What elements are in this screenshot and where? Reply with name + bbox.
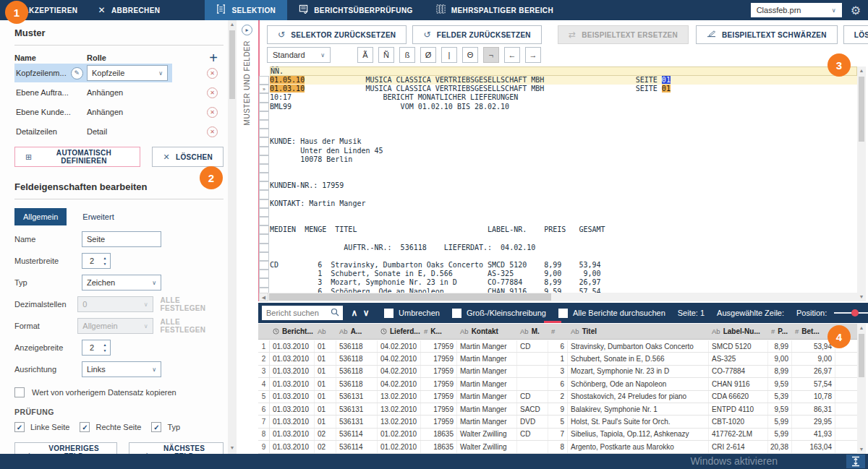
mask-char-button[interactable]: ← bbox=[504, 47, 520, 63]
muster-row[interactable]: Ebene Auftra...Anhängen✕ bbox=[14, 83, 224, 102]
collapse-panel-icon[interactable]: ▸ bbox=[242, 25, 252, 35]
report-line[interactable] bbox=[259, 129, 857, 137]
table-row[interactable]: 501.03.20100153613113.02.201017959Martin… bbox=[258, 391, 857, 403]
position-slider[interactable] bbox=[834, 309, 868, 317]
report-line[interactable]: Unter den Linden 45 bbox=[259, 147, 857, 155]
checkbox-checked[interactable]: ✓ bbox=[80, 422, 90, 432]
line-gutter[interactable] bbox=[259, 111, 269, 120]
muster-row[interactable]: Kopfzeilenm...✎Kopfzeile∨✕ bbox=[14, 64, 224, 82]
column-header[interactable]: # bbox=[548, 324, 568, 340]
column-header[interactable]: AbM. bbox=[517, 324, 548, 340]
column-header[interactable]: #P... bbox=[768, 324, 792, 340]
report-view[interactable]: ÑÑ.01.05.10 MUSICA CLASSICA VERTRIEBSGES… bbox=[259, 66, 857, 293]
mask-char-button[interactable]: Ñ bbox=[378, 47, 394, 63]
report-line[interactable]: MEDIEN MENGE TITEL LABEL-NR. PREIS GESAM… bbox=[259, 225, 857, 234]
table-row[interactable]: 101.03.20100153611804.02.201017959Martin… bbox=[258, 340, 857, 353]
search-next-icon[interactable]: ∨ bbox=[360, 308, 372, 318]
mask-char-button[interactable]: Ø bbox=[420, 47, 436, 63]
table-row[interactable]: 301.03.20100153611804.02.201017959Martin… bbox=[258, 366, 857, 378]
checkbox-unchecked[interactable] bbox=[384, 309, 393, 318]
muster-row[interactable]: Ebene Kunde...Anhängen✕ bbox=[14, 103, 224, 121]
report-line[interactable]: 01.05.10 MUSICA CLASSICA VERTRIEBSGESELL… bbox=[259, 76, 857, 85]
line-gutter[interactable] bbox=[259, 137, 269, 146]
mask-char-button[interactable]: Ã bbox=[357, 47, 373, 63]
delete-pattern-icon[interactable]: ✕ bbox=[207, 126, 218, 137]
report-line[interactable]: 6 Schönberg, Ode an Napoleon CHAN 9116 9… bbox=[259, 288, 857, 293]
tab-selektion[interactable]: SELEKTION bbox=[205, 0, 287, 20]
line-gutter[interactable] bbox=[259, 252, 269, 261]
stepper-arrows-icon[interactable]: ▲▼ bbox=[101, 343, 110, 353]
reset-selector-button[interactable]: ↺ SELEKTOR ZURÜCKSETZEN bbox=[267, 25, 407, 44]
delete-pattern-icon[interactable]: ✕ bbox=[207, 87, 218, 98]
report-file-select[interactable]: Classfeb.prn ∨ bbox=[751, 3, 842, 17]
redact-sample-text-button[interactable]: BEISPIELTEXT SCHWÄRZEN bbox=[696, 25, 838, 44]
line-gutter[interactable] bbox=[259, 225, 269, 234]
scroll-down-icon[interactable]: ▼ bbox=[857, 293, 866, 301]
report-vscrollbar[interactable]: ▲ ▼ bbox=[857, 66, 866, 301]
fit-height-icon[interactable] bbox=[846, 455, 865, 468]
report-line[interactable] bbox=[259, 190, 857, 199]
report-line[interactable]: CD 6 Stravinsky, Dumbarton Oaks Concerto… bbox=[259, 261, 857, 270]
table-row[interactable]: 901.03.20100253611401.02.201018635Walter… bbox=[258, 441, 857, 453]
report-line[interactable] bbox=[259, 111, 857, 120]
settings-gear-icon[interactable]: ⚙ bbox=[851, 4, 861, 17]
search-previous-icon[interactable]: ∧ bbox=[349, 308, 360, 318]
report-line[interactable]: »01.03.10 MUSICA CLASSICA VERTRIEBSGESEL… bbox=[259, 85, 857, 93]
musterbreite-stepper[interactable]: 2 ▲▼ bbox=[82, 253, 111, 269]
scroll-down-icon[interactable]: ▼ bbox=[857, 445, 866, 454]
table-vscrollbar[interactable]: ▲ ▼ bbox=[857, 324, 866, 454]
report-line[interactable]: KONTAKT: Martin Manger bbox=[259, 199, 857, 208]
line-gutter[interactable] bbox=[259, 208, 269, 217]
table-row[interactable]: 601.03.20100153613113.02.201017959Martin… bbox=[258, 403, 857, 416]
mask-char-button[interactable]: ¬ bbox=[483, 47, 499, 63]
line-gutter[interactable] bbox=[259, 217, 269, 225]
scroll-up-icon[interactable]: ▲ bbox=[857, 324, 866, 332]
scroll-up-icon[interactable]: ▲ bbox=[228, 20, 237, 29]
report-line[interactable]: 10:17 BERICHT MONATLICHER LIEFERUNGEN bbox=[259, 93, 857, 102]
sidebar-scrollbar[interactable]: ▲ ▼ bbox=[228, 20, 237, 454]
line-gutter[interactable] bbox=[259, 234, 269, 243]
muster-row[interactable]: DetailzeilenDetail✕ bbox=[14, 122, 224, 141]
line-gutter[interactable] bbox=[259, 164, 269, 173]
line-gutter[interactable] bbox=[259, 181, 269, 190]
delete-pattern-dropdown-button[interactable]: LÖSCHMUSTER ∨ bbox=[843, 25, 868, 44]
edit-pattern-icon[interactable]: ✎ bbox=[71, 67, 83, 79]
report-line[interactable]: ÑÑ. bbox=[259, 66, 857, 76]
copy-value-checkbox[interactable] bbox=[14, 387, 25, 397]
stepper-arrows-icon[interactable]: ▲▼ bbox=[101, 256, 110, 266]
report-line[interactable]: BML99 VOM 01.02.10 BIS 28.02.10 bbox=[259, 103, 857, 111]
line-gutter[interactable] bbox=[259, 76, 269, 85]
report-line[interactable] bbox=[259, 234, 857, 243]
report-line[interactable]: 3 Mozart, Symphonie Nr. 23 in D CO-77884… bbox=[259, 278, 857, 287]
cancel-button[interactable]: ✕ ABBRECHEN bbox=[88, 0, 170, 20]
line-gutter[interactable] bbox=[259, 199, 269, 208]
line-gutter[interactable] bbox=[259, 261, 269, 270]
checkbox-unchecked[interactable] bbox=[452, 309, 461, 318]
scrollbar-thumb[interactable] bbox=[859, 77, 864, 142]
report-line[interactable]: KUNDEN-NR.: 17959 bbox=[259, 181, 857, 190]
report-line[interactable] bbox=[259, 208, 857, 217]
previous-field-button[interactable]: ← VORHERIGES FELD bbox=[14, 442, 117, 454]
mask-char-button[interactable]: → bbox=[525, 47, 541, 63]
line-gutter[interactable] bbox=[259, 103, 269, 111]
column-header[interactable]: Bericht... bbox=[270, 324, 315, 340]
report-line[interactable] bbox=[259, 120, 857, 129]
column-header[interactable]: AbA... bbox=[336, 324, 378, 340]
auto-define-button[interactable]: ⊞ AUTOMATISCH DEFINIEREN bbox=[14, 147, 140, 167]
tab-berichtsueberpruefung[interactable]: BERICHTSÜBERPRÜFUNG bbox=[287, 0, 425, 20]
mask-standard-select[interactable]: Standard ∨ bbox=[267, 47, 331, 63]
report-line[interactable] bbox=[259, 252, 857, 261]
column-header[interactable]: AbTitel bbox=[568, 324, 709, 340]
rolle-select[interactable]: Kopfzeile∨ bbox=[87, 65, 168, 81]
line-gutter[interactable] bbox=[259, 190, 269, 199]
field-name-input[interactable] bbox=[82, 231, 161, 247]
report-line[interactable]: 1 Schubert, Sonate in E, D.566 AS-325 9,… bbox=[259, 270, 857, 278]
reset-fields-button[interactable]: ↺ FELDER ZURÜCKSETZEN bbox=[412, 25, 542, 44]
mask-char-button[interactable]: | bbox=[441, 47, 457, 63]
line-gutter[interactable] bbox=[259, 129, 269, 137]
typ-select[interactable]: Zeichen ∨ bbox=[82, 275, 161, 291]
checkbox-checked[interactable]: ✓ bbox=[151, 422, 161, 432]
ausrichtung-select[interactable]: Links ∨ bbox=[82, 361, 161, 377]
line-gutter[interactable] bbox=[259, 270, 269, 278]
tab-erweitert[interactable]: Erweitert bbox=[74, 208, 122, 225]
